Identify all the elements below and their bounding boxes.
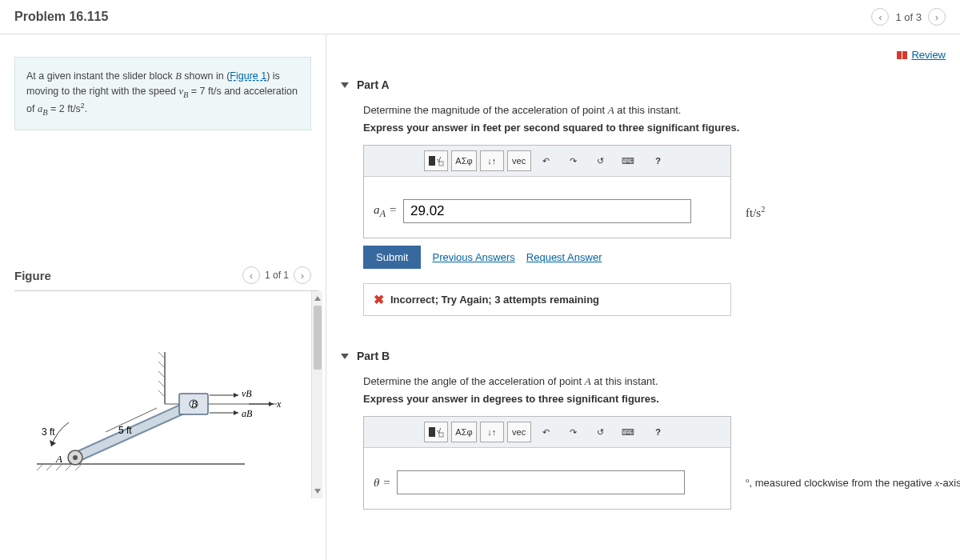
subscript-button[interactable]: ↓↑	[480, 150, 504, 171]
svg-rect-36	[429, 156, 435, 166]
svg-text:5 ft: 5 ft	[118, 425, 132, 436]
svg-text:B: B	[191, 398, 198, 410]
part-a-submit-button[interactable]: Submit	[363, 246, 421, 269]
problem-statement: At a given instant the slider block B sh…	[14, 57, 311, 130]
redo-button-b[interactable]: ↷	[562, 422, 586, 442]
subscript-button-b[interactable]: ↓↑	[480, 422, 504, 442]
reset-button[interactable]: ↺	[589, 150, 613, 171]
svg-line-8	[158, 362, 165, 368]
keyboard-button-b[interactable]: ⌨	[616, 422, 640, 442]
vec-button[interactable]: vec	[507, 150, 531, 171]
part-a-unit: ft/s2	[746, 206, 765, 219]
part-b-title: Part B	[357, 350, 390, 362]
svg-marker-20	[234, 393, 238, 398]
part-b-var-label: θ =	[374, 476, 390, 490]
part-a-prompt: Determine the magnitude of the accelerat…	[363, 104, 946, 117]
svg-marker-24	[269, 402, 274, 406]
vec-button-b[interactable]: vec	[507, 422, 531, 442]
svg-text:aB: aB	[242, 408, 253, 419]
figure-canvas: A B vB aB x 3 ft 5 ft	[14, 290, 319, 498]
part-b-input-box: √ ΑΣφ ↓↑ vec ↶ ↷ ↺ ⌨ ? θ =	[363, 416, 731, 510]
part-a-answer-input[interactable]	[403, 199, 691, 223]
undo-button-b[interactable]: ↶	[534, 422, 558, 442]
greek-button[interactable]: ΑΣφ	[451, 150, 476, 171]
svg-line-3	[56, 464, 62, 470]
incorrect-icon: ✖	[374, 292, 384, 307]
part-b-toggle[interactable]	[341, 354, 349, 359]
keyboard-button[interactable]: ⌨	[616, 150, 640, 171]
flag-icon	[897, 50, 908, 60]
next-problem-button[interactable]: ›	[928, 8, 946, 26]
svg-text:x: x	[276, 398, 282, 410]
part-a-input-box: √ ΑΣφ ↓↑ vec ↶ ↷ ↺ ⌨ ? aA =	[363, 145, 731, 238]
review-link[interactable]: Review	[897, 49, 946, 61]
svg-line-9	[158, 371, 165, 378]
part-a-var-label: aA =	[374, 203, 397, 220]
svg-line-1	[37, 464, 43, 470]
svg-line-4	[66, 464, 72, 470]
figure-scrollbar[interactable]	[311, 291, 322, 498]
figure-pager: 1 of 1	[265, 270, 289, 281]
svg-rect-34	[897, 51, 902, 59]
figure-next-button[interactable]: ›	[294, 266, 311, 284]
svg-text:3 ft: 3 ft	[42, 426, 55, 438]
svg-marker-22	[234, 410, 238, 415]
template-button[interactable]: √	[424, 150, 448, 171]
svg-line-14	[75, 404, 194, 458]
greek-button-b[interactable]: ΑΣφ	[451, 422, 476, 442]
problem-pager: 1 of 3	[895, 11, 922, 23]
figure-link[interactable]: Figure 1	[230, 70, 266, 82]
svg-line-10	[158, 381, 165, 387]
part-b-unit: o, measured clockwise from the negative …	[746, 477, 960, 489]
redo-button[interactable]: ↷	[562, 150, 586, 171]
svg-text:A: A	[55, 453, 62, 465]
svg-line-7	[158, 352, 165, 358]
figure-heading: Figure	[14, 269, 51, 282]
part-a-instruction: Express your answer in feet per second s…	[363, 122, 946, 134]
request-answer-link[interactable]: Request Answer	[526, 251, 602, 263]
part-b-answer-input[interactable]	[397, 470, 685, 494]
svg-point-16	[73, 455, 78, 460]
part-a-toggle[interactable]	[341, 82, 349, 88]
help-button-b[interactable]: ?	[646, 422, 670, 442]
reset-button-b[interactable]: ↺	[589, 422, 613, 442]
help-button[interactable]: ?	[646, 150, 670, 171]
problem-title: Problem 16.115	[14, 10, 108, 24]
part-b-instruction: Express your answer in degrees to three …	[363, 393, 946, 405]
part-b-prompt: Determine the angle of the acceleration …	[363, 375, 946, 388]
figure-prev-button[interactable]: ‹	[242, 266, 260, 284]
svg-rect-39	[429, 427, 435, 437]
svg-text:vB: vB	[242, 388, 252, 399]
svg-line-11	[158, 390, 165, 397]
part-a-feedback: ✖ Incorrect; Try Again; 3 attempts remai…	[363, 283, 731, 316]
svg-rect-35	[902, 51, 907, 59]
previous-answers-link[interactable]: Previous Answers	[432, 251, 514, 263]
undo-button[interactable]: ↶	[534, 150, 558, 171]
svg-marker-25	[50, 440, 56, 446]
template-button-b[interactable]: √	[424, 422, 448, 442]
part-a-title: Part A	[357, 78, 390, 91]
prev-problem-button[interactable]: ‹	[871, 8, 889, 26]
svg-line-2	[46, 464, 53, 470]
